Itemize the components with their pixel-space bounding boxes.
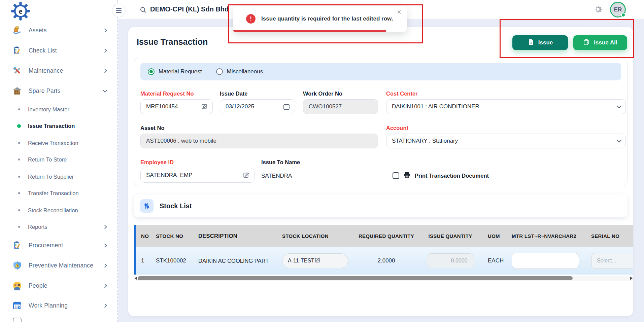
print-transaction-checkbox-row[interactable]: Print Transaction Document <box>393 171 489 180</box>
sidebar-item-spare-parts[interactable]: Spare Parts <box>0 84 118 98</box>
app-logo-icon[interactable]: e <box>11 1 30 21</box>
col-serial-no: SERIAL NO <box>586 225 633 247</box>
sidebar-item-work-planning[interactable]: Work Planning <box>0 299 118 312</box>
work-order-no-label: Work Order No <box>303 91 342 97</box>
scroll-left-arrow-icon[interactable] <box>135 277 137 280</box>
error-icon: ! <box>246 14 256 24</box>
issue-to-name-label: Issue To Name <box>261 159 300 166</box>
radio-miscellaneous[interactable]: Miscellaneous <box>216 68 263 75</box>
edit-icon[interactable] <box>243 172 249 179</box>
material-request-no-input[interactable] <box>146 103 201 110</box>
cell-required-quantity: 2.0000 <box>352 247 421 275</box>
sidebar-item-transfer-transaction[interactable]: Transfer Transaction <box>0 187 118 199</box>
edit-icon[interactable] <box>314 257 321 265</box>
printer-icon <box>403 171 411 180</box>
screen: e Assets <box>0 0 644 322</box>
employee-id-label: Employee ID <box>140 159 174 166</box>
stock-location-field[interactable]: A-11-TEST <box>282 253 348 268</box>
table-row: 1 STK100002 DAIKIN AC COOLING PART A-11-… <box>136 247 633 275</box>
cell-mtr <box>505 247 586 275</box>
assets-icon <box>12 25 22 35</box>
col-mtr-lst: MTR LST~R~NVARCHAR2 <box>505 225 586 247</box>
employee-id-input[interactable] <box>146 172 243 179</box>
asset-no-field: AST100006 : web to mobile <box>140 134 378 148</box>
col-required-quantity: REQUIRED QUANTITY <box>352 225 421 247</box>
copy-pages-icon <box>583 39 590 47</box>
sidebar-item-reports[interactable]: Reports <box>0 221 118 233</box>
col-issue-quantity: ISSUE QUANTITY <box>421 225 480 247</box>
issue-quantity-field[interactable] <box>427 253 474 268</box>
maintenance-icon <box>12 66 22 76</box>
issue-button[interactable]: Issue <box>512 35 568 50</box>
scrollbar-thumb[interactable] <box>138 276 573 280</box>
sidebar-item-return-to-store[interactable]: Return To Store <box>0 153 118 166</box>
transaction-type-band: Material Request Miscellaneous <box>140 63 621 80</box>
sidebar-item-check-list[interactable]: Check List <box>0 44 118 57</box>
company-name[interactable]: DEMO-CPI (KL) Sdn Bhd <box>150 5 229 13</box>
edit-icon[interactable] <box>201 103 208 110</box>
procurement-icon <box>12 240 22 250</box>
material-request-no-field[interactable] <box>140 99 213 114</box>
bullet-icon <box>18 192 20 194</box>
cost-center-select[interactable]: DAIKIN1001 : AIR CONDITIONER <box>386 99 626 114</box>
sidebar-item-maintenance[interactable]: Maintenance <box>0 64 118 77</box>
calendar-icon[interactable] <box>283 103 290 110</box>
stock-list-header: Stock List <box>134 194 628 217</box>
spare-parts-icon <box>12 86 22 96</box>
chevron-right-icon <box>103 303 107 308</box>
issue-date-input[interactable] <box>226 103 283 110</box>
col-no: NO <box>136 225 153 247</box>
sidebar-item-procurement[interactable]: Procurement <box>0 239 118 252</box>
toast-message: Issue quantity is required for the last … <box>261 15 393 22</box>
sidebar-item-issue-transaction[interactable]: Issue Transaction <box>0 120 118 132</box>
chevron-right-icon <box>103 225 107 229</box>
issue-date-field[interactable] <box>220 99 295 114</box>
chevron-right-icon <box>103 263 107 268</box>
issue-quantity-input[interactable] <box>433 258 469 264</box>
scroll-right-arrow-icon[interactable] <box>630 277 633 280</box>
chevron-down-icon <box>617 106 621 108</box>
chevron-right-icon <box>103 69 107 73</box>
sidebar-item-inventory-master[interactable]: Inventory Master <box>0 103 118 115</box>
radio-material-request[interactable]: Material Request <box>148 68 202 75</box>
bullet-icon <box>18 158 20 160</box>
preventive-maintenance-icon <box>12 260 22 271</box>
sidebar-item-return-to-supplier[interactable]: Return To Supplier <box>0 171 118 183</box>
sidebar: e Assets <box>0 0 118 322</box>
check-list-icon <box>12 45 22 56</box>
transaction-form-panel: Material Request Miscellaneous Material … <box>134 58 628 186</box>
avatar[interactable]: ER <box>610 2 626 17</box>
horizontal-scrollbar[interactable] <box>134 276 633 281</box>
settings-gear-icon[interactable] <box>594 5 603 15</box>
issue-all-button[interactable]: Issue All <box>573 35 627 50</box>
sidebar-item-stock-reconciliation[interactable]: Stock Reconciliation <box>0 204 118 216</box>
radio-unselected-icon <box>216 68 223 75</box>
sidebar-item-preventive-maintenance[interactable]: Preventive Maintenance <box>0 259 118 272</box>
close-icon[interactable]: × <box>397 8 401 16</box>
col-stock-location: STOCK LOCATION <box>279 225 352 247</box>
chevron-right-icon <box>103 284 107 288</box>
stock-list-icon <box>140 199 154 213</box>
work-planning-icon <box>12 300 22 311</box>
sidebar-item-receive-transaction[interactable]: Receive Transaction <box>0 137 118 149</box>
account-select[interactable]: STATIONARY : Stationary <box>386 134 626 148</box>
serial-no-select[interactable]: Select... <box>591 253 633 269</box>
issue-date-label: Issue Date <box>220 91 248 97</box>
active-dot-icon <box>17 124 21 128</box>
search-icon[interactable] <box>139 6 147 15</box>
checkbox-unchecked[interactable] <box>393 172 399 179</box>
material-request-no-label: Material Request No <box>140 91 194 97</box>
chevron-down-icon <box>103 88 107 93</box>
mtr-input[interactable] <box>517 258 574 264</box>
employee-id-field[interactable] <box>140 168 255 183</box>
sidebar-toggle-button[interactable] <box>112 4 126 17</box>
issue-to-name-value: SATENDRA <box>261 173 292 179</box>
col-stock-no: STOCK NO <box>153 225 194 247</box>
bullet-icon <box>18 226 20 228</box>
mtr-field[interactable] <box>512 253 579 269</box>
online-status-dot <box>621 13 625 17</box>
svg-text:e: e <box>19 7 22 15</box>
account-label: Account <box>386 125 408 131</box>
sidebar-item-people[interactable]: People <box>0 279 118 292</box>
sidebar-item-assets[interactable]: Assets <box>0 24 118 37</box>
